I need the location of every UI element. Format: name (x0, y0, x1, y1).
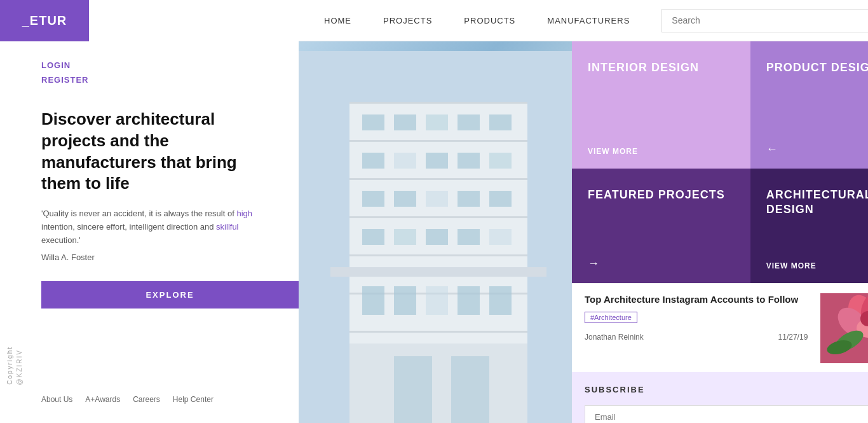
blog-content: Top Architecture Instagram Accounts to F… (585, 293, 808, 342)
search-bar: 🔍 (661, 9, 868, 32)
blog-meta: Jonathan Reinink 11/27/19 (585, 333, 808, 342)
product-design-card[interactable]: PRODUCT DESIGN ← (750, 41, 868, 169)
svg-rect-10 (362, 114, 384, 130)
svg-rect-21 (394, 191, 416, 207)
footer-awards[interactable]: A+Awards (85, 395, 120, 404)
blog-title[interactable]: Top Architecture Instagram Accounts to F… (585, 293, 808, 306)
svg-rect-29 (489, 229, 512, 245)
interior-design-card[interactable]: INTERIOR DESIGN VIEW MORE (572, 41, 750, 169)
svg-rect-33 (426, 286, 448, 315)
blog-image-svg (820, 293, 868, 363)
svg-rect-17 (426, 153, 448, 169)
svg-rect-24 (489, 191, 512, 207)
right-panel: INTERIOR DESIGN VIEW MORE PRODUCT DESIGN… (572, 41, 868, 423)
svg-rect-25 (362, 229, 384, 245)
svg-rect-35 (489, 286, 512, 315)
middle-cards: FEATURED PROJECTS → ARCHITECTURAL DESIGN… (572, 169, 868, 283)
svg-rect-28 (458, 229, 480, 245)
svg-rect-3 (349, 140, 527, 142)
svg-rect-37 (394, 356, 432, 423)
product-arrow-icon: ← (766, 142, 778, 156)
svg-rect-36 (349, 343, 527, 423)
nav-manufacturers[interactable]: MANUFACTURERS (547, 16, 630, 25)
architectural-design-card[interactable]: ARCHITECTURAL DESIGN VIEW MORE (750, 169, 868, 283)
svg-rect-8 (349, 331, 527, 333)
copyright-label: Copyright (6, 346, 13, 385)
svg-rect-14 (489, 114, 512, 130)
svg-rect-22 (426, 191, 448, 207)
nav-products[interactable]: PRODUCTS (464, 16, 515, 25)
interior-view-more[interactable]: VIEW MORE (588, 147, 638, 156)
hero-heading: Discover architectural projects and the … (41, 109, 257, 195)
featured-card-bottom: → (588, 257, 735, 270)
interior-card-bottom: VIEW MORE (588, 147, 735, 156)
hero-quote: 'Quality is never an accident, it is alw… (41, 207, 257, 247)
svg-rect-5 (349, 216, 527, 218)
svg-rect-31 (362, 286, 384, 315)
login-link[interactable]: LOGIN (41, 60, 257, 70)
featured-card-title: FEATURED PROJECTS (588, 188, 735, 202)
top-nav: HOME PROJECTS PRODUCTS MANUFACTURERS 🔍 (299, 0, 868, 41)
main-content: HOME PROJECTS PRODUCTS MANUFACTURERS 🔍 (299, 0, 868, 423)
svg-rect-15 (362, 153, 384, 169)
sidebar-footer: About Us A+Awards Careers Help Center (0, 395, 299, 410)
featured-projects-card[interactable]: FEATURED PROJECTS → (572, 169, 750, 283)
hero-image (299, 41, 572, 423)
footer-links: About Us A+Awards Careers Help Center (0, 395, 214, 404)
logo-text: _ETUR (22, 13, 67, 28)
sidebar: _ETUR LOGIN REGISTER Discover architectu… (0, 0, 299, 423)
svg-rect-19 (489, 153, 512, 169)
footer-help[interactable]: Help Center (173, 395, 214, 404)
logo[interactable]: _ETUR (0, 0, 89, 41)
building-svg (299, 41, 572, 423)
subscribe-form: 🔍 (585, 405, 868, 423)
blog-author: Jonathan Reinink (585, 333, 644, 342)
email-input[interactable] (585, 405, 868, 423)
architectural-card-title: ARCHITECTURAL DESIGN (766, 188, 868, 218)
svg-rect-2 (349, 102, 527, 104)
svg-rect-6 (349, 254, 527, 256)
featured-arrow-icon: → (588, 257, 599, 270)
subscribe-section: SUBSCRIBE ✉ 🔍 (572, 372, 868, 423)
top-cards: INTERIOR DESIGN VIEW MORE PRODUCT DESIGN… (572, 41, 868, 169)
architectural-card-bottom: VIEW MORE (766, 261, 868, 270)
nav-projects[interactable]: PROJECTS (383, 16, 432, 25)
blog-image (820, 293, 868, 363)
subscribe-title: SUBSCRIBE (585, 385, 645, 394)
footer-careers[interactable]: Careers (133, 395, 160, 404)
blog-post: Top Architecture Instagram Accounts to F… (572, 283, 868, 372)
blog-date: 11/27/19 (778, 333, 808, 342)
footer-about[interactable]: About Us (41, 395, 72, 404)
svg-rect-38 (451, 356, 489, 423)
svg-rect-34 (458, 286, 480, 315)
search-input[interactable] (672, 15, 868, 25)
svg-rect-11 (394, 114, 416, 130)
svg-rect-16 (394, 153, 416, 169)
svg-rect-30 (330, 267, 546, 277)
architectural-view-more[interactable]: VIEW MORE (766, 261, 817, 270)
content-grid: INTERIOR DESIGN VIEW MORE PRODUCT DESIGN… (299, 41, 868, 423)
nav-home[interactable]: HOME (324, 16, 351, 25)
svg-rect-4 (349, 178, 527, 180)
watermark-label: @KZIRIV (16, 349, 23, 385)
svg-rect-18 (458, 153, 480, 169)
hero-section: Discover architectural projects and the … (0, 90, 299, 281)
svg-rect-12 (426, 114, 448, 130)
register-link[interactable]: REGISTER (41, 75, 257, 85)
product-card-title: PRODUCT DESIGN (766, 60, 868, 75)
quote-author: Willa A. Foster (41, 253, 257, 262)
svg-rect-23 (458, 191, 480, 207)
svg-rect-13 (458, 114, 480, 130)
svg-rect-20 (362, 191, 384, 207)
svg-rect-26 (394, 229, 416, 245)
blog-tag[interactable]: #Architecture (585, 312, 637, 323)
subscribe-header: SUBSCRIBE ✉ (585, 382, 868, 405)
svg-rect-27 (426, 229, 448, 245)
explore-button[interactable]: EXPLORE (41, 281, 299, 309)
auth-links: LOGIN REGISTER (0, 41, 299, 90)
svg-rect-32 (394, 286, 416, 315)
product-card-bottom: ← (766, 142, 868, 156)
interior-card-title: INTERIOR DESIGN (588, 60, 735, 75)
